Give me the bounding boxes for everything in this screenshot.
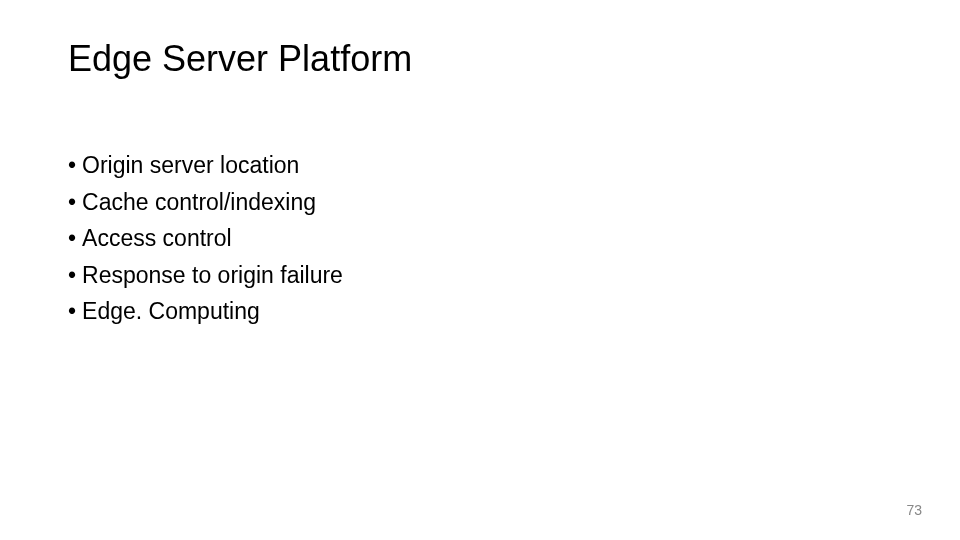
bullet-text: Response to origin failure: [82, 262, 343, 288]
slide-title: Edge Server Platform: [68, 38, 412, 80]
bullet-icon: •: [68, 298, 76, 324]
bullet-icon: •: [68, 152, 76, 178]
bullet-text: Cache control/indexing: [82, 189, 316, 215]
bullet-icon: •: [68, 225, 76, 251]
bullet-text: Access control: [82, 225, 232, 251]
list-item: •Origin server location: [68, 148, 343, 183]
list-item: •Response to origin failure: [68, 258, 343, 293]
bullet-list: •Origin server location •Cache control/i…: [68, 148, 343, 331]
bullet-text: Edge. Computing: [82, 298, 260, 324]
list-item: •Access control: [68, 221, 343, 256]
bullet-text: Origin server location: [82, 152, 299, 178]
bullet-icon: •: [68, 262, 76, 288]
page-number: 73: [906, 502, 922, 518]
list-item: •Cache control/indexing: [68, 185, 343, 220]
bullet-icon: •: [68, 189, 76, 215]
list-item: •Edge. Computing: [68, 294, 343, 329]
